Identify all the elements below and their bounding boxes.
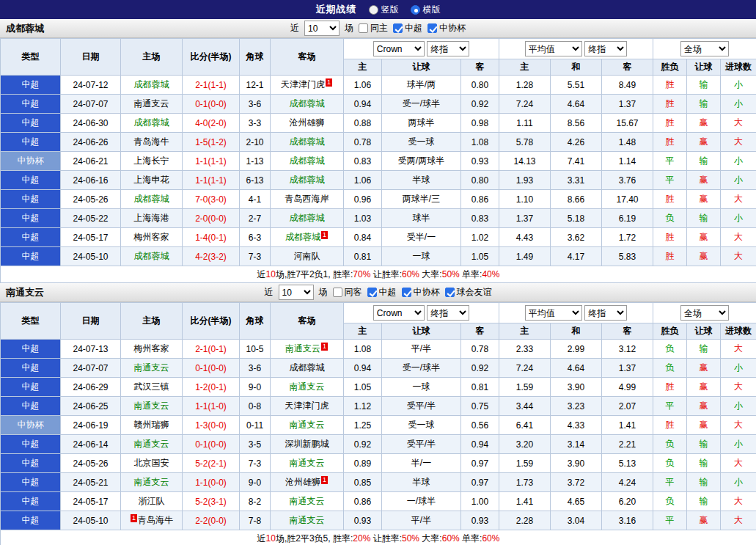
radio-label-text: 竖版 — [381, 4, 399, 16]
match-type-cell: 中协杯 — [1, 152, 61, 171]
asian-away-odds-cell: 0.93 — [461, 511, 499, 530]
asian-away-odds-cell: 0.81 — [461, 378, 499, 397]
checkbox-icon — [402, 288, 411, 297]
match-row: 中超24-05-26北京国安5-2(2-1)7-3南通支云0.89半/一0.97… — [1, 454, 756, 473]
layout-radio-vertical[interactable]: 竖版 — [369, 4, 399, 16]
match-row: 中超24-07-13梅州客家2-1(0-1)10-5南通支云11.08平/半0.… — [1, 340, 756, 359]
col-euro-home: 主 — [499, 323, 551, 340]
away-team-cell: 成都蓉城 — [271, 209, 344, 228]
score-cell: 1-3(0-0) — [183, 416, 240, 435]
score-cell: 4-2(3-2) — [183, 247, 240, 266]
asian-stage-select[interactable]: 终指 — [427, 305, 469, 321]
euro-home-odds-cell: 1.59 — [499, 454, 551, 473]
match-date-cell: 24-05-21 — [61, 473, 121, 492]
match-row: 中超24-06-14南通支云0-1(0-0)3-5深圳新鹏城0.92受平/半0.… — [1, 435, 756, 454]
match-table-body: 中超24-07-12成都蓉城2-1(1-1)12-1天津津门虎11.06球半/两… — [1, 76, 756, 266]
match-row: 中超24-05-17梅州客家1-4(0-1)6-3成都蓉城10.84受半/一1.… — [1, 228, 756, 247]
match-type-cell: 中超 — [1, 492, 61, 511]
result-cell: 胜 — [653, 133, 687, 152]
bookmaker-select[interactable]: Crown — [373, 41, 425, 56]
match-row: 中超24-06-16上海申花1-1(1-1)6-13成都蓉城1.06半球0.80… — [1, 171, 756, 190]
euro-stage-select[interactable]: 终指 — [584, 41, 627, 56]
filter-checkbox-1[interactable]: 中超 — [393, 22, 422, 34]
col-home: 主场 — [121, 303, 183, 340]
asian-home-odds-cell: 0.78 — [344, 133, 382, 152]
filter-checkbox-0[interactable]: 同主 — [359, 22, 388, 34]
goals-result-cell: 小 — [721, 359, 756, 378]
asian-stage-select[interactable]: 终指 — [427, 41, 469, 56]
asian-home-odds-cell: 0.94 — [344, 359, 382, 378]
goals-result-cell: 小 — [721, 435, 756, 454]
euro-home-odds-cell: 7.24 — [499, 95, 551, 114]
euro-stage-select[interactable]: 终指 — [584, 305, 627, 321]
away-team-cell: 沧州雄狮1 — [271, 473, 344, 492]
handicap-result-cell: 输 — [687, 76, 721, 95]
result-cell: 平 — [653, 171, 687, 190]
asian-away-odds-cell: 0.97 — [461, 454, 499, 473]
filter-checkbox-2[interactable]: 中协杯 — [402, 286, 440, 299]
filter-checkbox-0[interactable]: 同客 — [333, 286, 362, 299]
col-goals: 进球数 — [721, 323, 756, 340]
home-team-cell: 赣州瑞狮 — [121, 416, 183, 435]
checkbox-label: 球会友谊 — [457, 286, 492, 299]
score-cell: 1-1(1-1) — [183, 171, 240, 190]
euro-home-odds-cell: 1.10 — [499, 190, 551, 209]
euro-draw-odds-cell: 2.99 — [551, 340, 602, 359]
handicap-cell: 平/半 — [382, 340, 461, 359]
filter-checkbox-2[interactable]: 中协杯 — [427, 22, 466, 34]
match-count-select[interactable]: 10 — [279, 285, 314, 300]
filter-checkbox-3[interactable]: 球会友谊 — [445, 286, 492, 299]
result-cell: 平 — [653, 511, 687, 530]
red-card-badge: 1 — [321, 476, 328, 484]
score-cell: 2-1(1-1) — [183, 76, 240, 95]
asian-home-odds-cell: 0.92 — [344, 435, 382, 454]
filter-checkbox-1[interactable]: 中超 — [367, 286, 397, 299]
match-type-cell: 中超 — [1, 133, 61, 152]
asian-away-odds-cell: 0.93 — [461, 152, 499, 171]
result-scope-select-cell: 全场 — [653, 39, 756, 59]
table-header: 类型 日期 主场 比分(半场) 角球 客场 Crown 终指 平均值 终指 全场 — [1, 303, 756, 340]
layout-radio-horizontal[interactable]: 横版 — [411, 4, 441, 16]
euro-away-odds-cell: 5.13 — [602, 454, 653, 473]
euro-home-odds-cell: 1.73 — [499, 473, 551, 492]
home-team-cell: 1青岛海牛 — [121, 511, 183, 530]
goals-result-cell: 小 — [721, 171, 756, 190]
handicap-result-cell: 赢 — [687, 511, 721, 530]
result-scope-select[interactable]: 全场 — [680, 41, 729, 56]
goals-result-cell: 小 — [721, 152, 756, 171]
match-date-cell: 24-06-16 — [61, 171, 121, 190]
euro-average-select[interactable]: 平均值 — [525, 41, 582, 56]
euro-average-select[interactable]: 平均值 — [525, 305, 582, 321]
corner-cell: 8-2 — [240, 492, 271, 511]
away-team-cell: 南通支云 — [271, 416, 344, 435]
match-type-cell: 中超 — [1, 340, 61, 359]
goals-result-cell: 大 — [721, 114, 756, 133]
euro-home-odds-cell: 1.41 — [499, 492, 551, 511]
handicap-result-cell: 输 — [687, 340, 721, 359]
asian-home-odds-cell: 0.93 — [344, 511, 382, 530]
home-team-cell: 上海海港 — [121, 209, 183, 228]
filter-games-label: 场 — [345, 22, 353, 34]
match-row: 中超24-06-29武汉三镇1-2(0-1)9-0南通支云1.05一球0.811… — [1, 378, 756, 397]
col-euro-home: 主 — [499, 59, 551, 76]
away-team-cell: 南通支云 — [271, 511, 344, 530]
match-row: 中超24-07-07南通支云0-1(0-0)3-6成都蓉城0.94受一/球半0.… — [1, 95, 756, 114]
result-scope-select[interactable]: 全场 — [680, 305, 729, 321]
handicap-result-cell: 赢 — [687, 247, 721, 266]
handicap-cell: 半球 — [382, 171, 461, 190]
checkbox-label: 中协杯 — [439, 22, 466, 34]
bookmaker-select[interactable]: Crown — [373, 305, 425, 321]
checkbox-label: 同客 — [345, 286, 362, 299]
section-header-bar: 成都蓉城 近10场同主中超中协杯 — [0, 19, 756, 38]
euro-away-odds-cell: 8.49 — [602, 76, 653, 95]
match-type-cell: 中超 — [1, 378, 61, 397]
euro-away-odds-cell: 1.72 — [602, 228, 653, 247]
asian-home-odds-cell: 0.84 — [344, 228, 382, 247]
home-team-cell: 南通支云 — [121, 95, 183, 114]
result-cell: 胜 — [653, 95, 687, 114]
team-name: 成都蓉城 — [6, 22, 44, 35]
match-count-select[interactable]: 10 — [304, 21, 340, 36]
asian-home-odds-cell: 0.83 — [344, 152, 382, 171]
match-date-cell: 24-05-22 — [61, 209, 121, 228]
handicap-cell: 球半 — [382, 209, 461, 228]
